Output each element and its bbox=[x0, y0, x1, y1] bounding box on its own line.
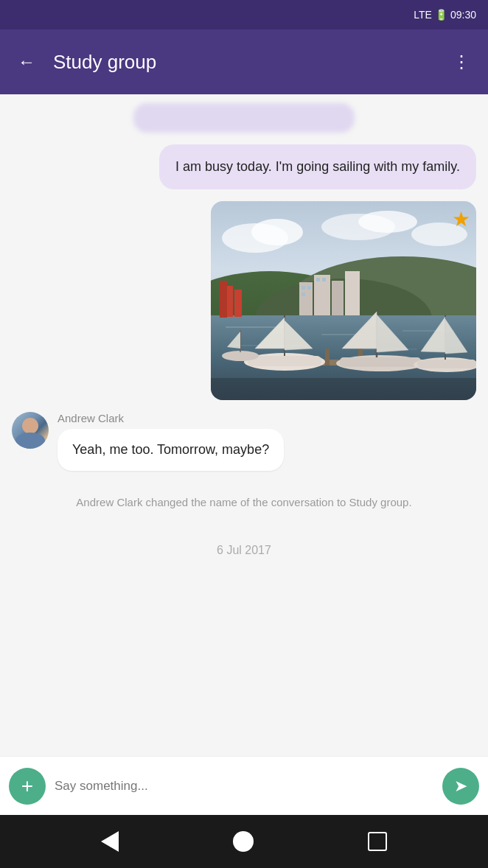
date-separator: 6 Jul 2017 bbox=[0, 529, 488, 572]
sailing-image bbox=[211, 201, 476, 400]
svg-rect-28 bbox=[248, 356, 321, 366]
outgoing-text: I am busy today. I'm going sailing with … bbox=[175, 159, 460, 174]
status-bar: LTE 🔋 09:30 bbox=[0, 0, 488, 29]
svg-rect-14 bbox=[307, 286, 311, 290]
battery-icon: 🔋 bbox=[435, 9, 447, 21]
nav-bar bbox=[0, 815, 488, 868]
svg-rect-32 bbox=[417, 360, 476, 368]
svg-rect-11 bbox=[332, 281, 344, 315]
page-title: Study group bbox=[53, 51, 435, 74]
send-button[interactable]: ➤ bbox=[442, 768, 479, 805]
system-message-text: Andrew Clark changed the name of the con… bbox=[76, 496, 411, 508]
svg-point-45 bbox=[222, 351, 259, 361]
svg-rect-15 bbox=[301, 293, 305, 296]
incoming-message: Andrew Clark Yeah, me too. Tomorrow, may… bbox=[0, 409, 488, 474]
svg-rect-30 bbox=[340, 357, 421, 367]
time-display: 09:30 bbox=[450, 9, 476, 21]
svg-rect-44 bbox=[234, 290, 242, 317]
message-input[interactable] bbox=[55, 779, 433, 794]
svg-rect-13 bbox=[301, 286, 305, 290]
home-nav-button[interactable] bbox=[233, 831, 254, 852]
outgoing-bubble: I am busy today. I'm going sailing with … bbox=[159, 144, 476, 189]
send-icon: ➤ bbox=[454, 777, 467, 796]
blurred-bubble bbox=[133, 103, 355, 133]
app-bar: ← Study group ⋮ bbox=[0, 29, 488, 94]
outgoing-message: I am busy today. I'm going sailing with … bbox=[0, 141, 488, 192]
svg-point-2 bbox=[251, 219, 303, 245]
star-badge: ★ bbox=[452, 207, 470, 231]
svg-rect-48 bbox=[211, 378, 476, 400]
chat-area: I am busy today. I'm going sailing with … bbox=[0, 94, 488, 756]
incoming-message-content: Andrew Clark Yeah, me too. Tomorrow, may… bbox=[57, 412, 284, 471]
add-icon: + bbox=[21, 776, 33, 797]
sender-name: Andrew Clark bbox=[57, 412, 284, 424]
svg-rect-16 bbox=[316, 278, 320, 281]
svg-rect-12 bbox=[345, 271, 360, 315]
back-nav-button[interactable] bbox=[101, 831, 119, 852]
incoming-text: Yeah, me too. Tomorrow, maybe? bbox=[72, 442, 269, 457]
signal-indicator: LTE bbox=[414, 9, 432, 21]
svg-rect-17 bbox=[322, 278, 326, 281]
blurred-message-area bbox=[0, 100, 488, 136]
recent-nav-button[interactable] bbox=[368, 832, 387, 851]
system-message: Andrew Clark changed the name of the con… bbox=[0, 483, 488, 523]
incoming-bubble: Yeah, me too. Tomorrow, maybe? bbox=[57, 429, 284, 471]
image-message[interactable]: ★ bbox=[0, 198, 488, 403]
back-button[interactable]: ← bbox=[12, 46, 41, 78]
status-icons: LTE 🔋 09:30 bbox=[414, 9, 476, 21]
svg-point-4 bbox=[358, 211, 417, 233]
more-options-button[interactable]: ⋮ bbox=[447, 46, 476, 78]
input-bar: + ➤ bbox=[0, 756, 488, 815]
date-text: 6 Jul 2017 bbox=[217, 544, 271, 556]
svg-rect-25 bbox=[325, 349, 330, 365]
add-attachment-button[interactable]: + bbox=[9, 768, 46, 805]
image-container[interactable]: ★ bbox=[211, 201, 476, 400]
svg-rect-43 bbox=[220, 281, 227, 318]
avatar bbox=[12, 412, 49, 449]
